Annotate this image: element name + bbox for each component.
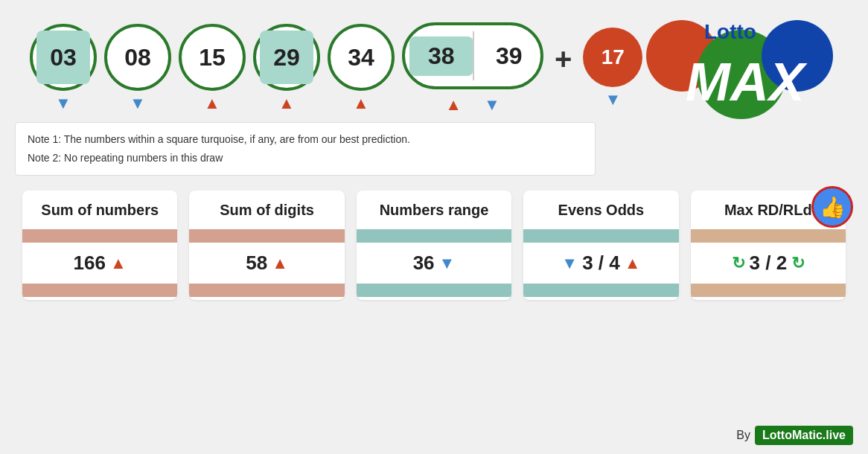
ball-7-number: 39 — [478, 42, 540, 70]
notes-section: Note 1: The numbers within a square turq… — [15, 122, 596, 176]
ball-wrapper-3: 15 ▲ — [179, 24, 246, 113]
ball-1-number: 03 — [50, 44, 77, 71]
ball-5-arrow: ▲ — [353, 94, 369, 113]
ball-4-inner: 29 — [260, 31, 313, 84]
stat-evens-odds-num: 3 / 4 — [582, 252, 620, 275]
stat-sum-numbers-bar-top — [22, 229, 177, 243]
stat-sum-numbers-value: 166 ▲ — [22, 246, 177, 281]
stat-evens-odds-arrow-right: ▲ — [625, 254, 641, 273]
ball-3: 15 — [179, 24, 246, 91]
ball-wrapper-1: 03 ▼ — [30, 24, 97, 113]
ball-1-inner: 03 — [36, 31, 90, 84]
ball-5-number: 34 — [348, 44, 374, 71]
ball-2-number: 08 — [124, 44, 151, 71]
stat-card-sum-digits: Sum of digits 58 ▲ — [189, 191, 344, 300]
plus-wrapper: + — [551, 42, 575, 95]
stat-sum-numbers-title: Sum of numbers — [22, 191, 177, 226]
stat-numbers-range-bar-top — [357, 229, 511, 243]
stat-evens-odds-bar-bottom — [523, 284, 678, 297]
main-container: 03 ▼ 08 ▼ 15 ▲ 29 ▲ — [0, 0, 868, 454]
note2: Note 2: No repeating numbers in this dra… — [28, 149, 583, 167]
stat-evens-odds-arrow-left: ▼ — [561, 254, 578, 273]
stat-card-evens-odds: Evens Odds ▼ 3 / 4 ▲ — [523, 191, 678, 300]
stat-sum-numbers-arrow: ▲ — [110, 254, 127, 273]
bonus-ball: 17 — [583, 28, 642, 87]
stat-sum-digits-arrow: ▲ — [272, 254, 288, 273]
stat-numbers-range-num: 36 — [413, 252, 435, 275]
stat-sum-numbers-num: 166 — [74, 252, 106, 275]
ball-wrapper-2: 08 ▼ — [104, 24, 171, 113]
ball-6-arrow: ▲ — [445, 95, 462, 115]
ball-wrapper-4: 29 ▲ — [253, 24, 320, 113]
ball-last: 38 39 — [402, 22, 543, 89]
ball-6-number: 38 — [409, 36, 473, 76]
bonus-number: 17 — [601, 45, 625, 69]
footer: By LottoMatic.live — [736, 426, 853, 445]
footer-brand: LottoMatic.live — [755, 426, 853, 445]
plus-sign: + — [555, 42, 572, 95]
stat-evens-odds-title: Evens Odds — [523, 191, 678, 226]
ball-4-number: 29 — [273, 44, 300, 71]
ball-wrapper-6: 38 39 ▲ ▼ — [402, 22, 543, 115]
thumbs-up-icon: 👍 — [820, 195, 846, 220]
ball-4-arrow: ▲ — [278, 94, 295, 113]
stat-max-rd-value: ↻ 3 / 2 ↻ — [691, 246, 846, 281]
footer-by-label: By — [736, 429, 750, 442]
stat-sum-digits-title: Sum of digits — [189, 191, 344, 226]
note1: Note 1: The numbers within a square turq… — [28, 130, 583, 149]
stat-numbers-range-bar-bottom — [357, 284, 511, 297]
bonus-wrapper: 17 ▼ — [583, 28, 642, 109]
logo-area: Lotto MAX — [645, 15, 853, 179]
thumbs-up-button[interactable]: 👍 — [811, 186, 853, 228]
stat-max-rd-num: 3 / 2 — [750, 252, 788, 275]
stat-max-rd-bar-top — [691, 229, 846, 243]
stat-sum-digits-bar-top — [189, 229, 344, 243]
stat-card-sum-numbers: Sum of numbers 166 ▲ — [22, 191, 177, 300]
svg-text:MAX: MAX — [686, 52, 808, 112]
ball-2-arrow: ▼ — [130, 94, 146, 113]
stat-max-rd-bar-bottom — [691, 284, 846, 297]
bonus-arrow: ▼ — [604, 90, 621, 109]
ball-3-number: 15 — [199, 44, 226, 71]
stat-card-numbers-range: Numbers range 36 ▼ — [357, 191, 511, 300]
ball-wrapper-5: 34 ▲ — [328, 24, 395, 113]
stat-sum-numbers-bar-bottom — [22, 284, 177, 297]
logo-svg: Lotto MAX — [645, 15, 838, 145]
stat-sum-digits-bar-bottom — [189, 284, 344, 297]
stat-numbers-range-value: 36 ▼ — [357, 246, 511, 281]
svg-text:Lotto: Lotto — [704, 20, 756, 43]
ball-1: 03 — [30, 24, 97, 91]
ball-3-arrow: ▲ — [204, 94, 220, 113]
stat-numbers-range-arrow: ▼ — [439, 254, 456, 273]
lotto-max-logo: Lotto MAX — [645, 15, 838, 145]
stat-max-rd-recycle-right: ↻ — [791, 254, 805, 273]
ball-1-arrow: ▼ — [55, 94, 71, 113]
stats-row: Sum of numbers 166 ▲ Sum of digits 58 ▲ … — [15, 191, 853, 300]
ball-2: 08 — [104, 24, 171, 91]
ball-7-arrow: ▼ — [484, 95, 500, 115]
stat-numbers-range-title: Numbers range — [357, 191, 511, 226]
stat-sum-digits-num: 58 — [246, 252, 267, 275]
stat-evens-odds-value: ▼ 3 / 4 ▲ — [523, 246, 678, 281]
stat-sum-digits-value: 58 ▲ — [189, 246, 344, 281]
stat-max-rd-recycle-left: ↻ — [732, 254, 745, 273]
ball-5: 34 — [328, 24, 395, 91]
stat-evens-odds-bar-top — [523, 229, 678, 243]
ball-4: 29 — [253, 24, 320, 91]
